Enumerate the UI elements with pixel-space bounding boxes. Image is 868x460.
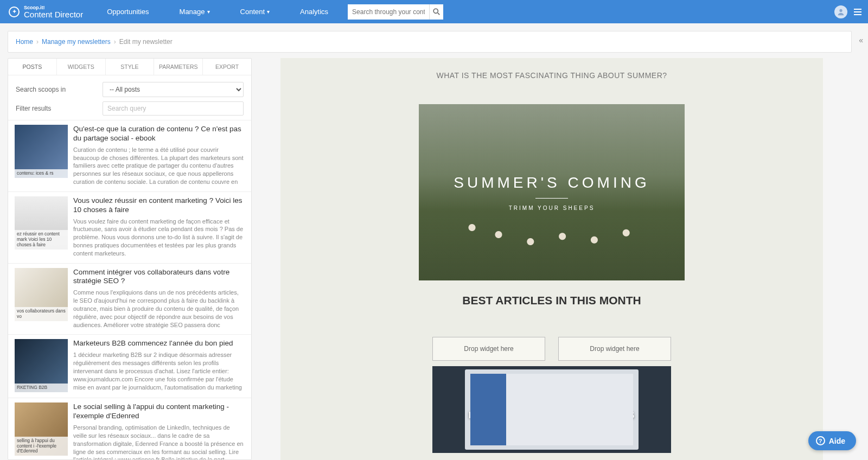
hamburger-icon	[854, 9, 861, 10]
search-button[interactable]	[429, 4, 443, 20]
nav-manage[interactable]: Manage▾	[164, 0, 225, 23]
preview-canvas: WHAT IS THE MOST FASCINATING THING ABOUT…	[280, 58, 823, 460]
svg-point-0	[433, 9, 438, 13]
list-item[interactable]: vos collaborateurs dans vo Comment intég…	[8, 263, 251, 335]
post-title: Le social selling à l'appui du content m…	[73, 403, 245, 421]
drop-widget-zone[interactable]: Drop widget here	[558, 337, 671, 361]
scoops-label: Search scoops in	[16, 86, 97, 93]
sidebar-tabs: POSTS WIDGETS STYLE PARAMETERS EXPORT	[8, 59, 251, 75]
breadcrumb-home[interactable]: Home	[16, 38, 33, 46]
article-card[interactable]: SCOOP.IT CONTENT DIRECTOR, MÉTRONOME DE …	[432, 366, 671, 453]
global-search	[348, 4, 443, 20]
svg-point-2	[839, 9, 842, 11]
breadcrumb-current: Edit my newsletter	[119, 38, 173, 46]
tab-widgets[interactable]: WIDGETS	[57, 59, 106, 75]
list-item[interactable]: selling à l'appui du content i -l'exempl…	[8, 398, 251, 459]
nav-analytics[interactable]: Analytics	[285, 0, 343, 23]
tab-posts[interactable]: POSTS	[8, 59, 57, 75]
scoops-select[interactable]: -- All posts	[103, 82, 244, 97]
post-description: 1 décideur marketing B2B sur 2 indique d…	[73, 351, 245, 391]
menu-button[interactable]	[854, 9, 861, 15]
post-title: Marketeurs B2B commencez l'année du bon …	[73, 339, 245, 348]
post-thumbnail: selling à l'appui du content i -l'exempl…	[15, 403, 68, 456]
chevron-right-icon: ›	[114, 38, 116, 46]
list-item[interactable]: ez réussir en content mark Voici les 10 …	[8, 191, 251, 263]
list-item[interactable]: contenu: ices & rs Qu'est-ce que la cura…	[8, 120, 251, 191]
compass-icon: ✦	[9, 7, 20, 17]
chevron-right-icon: ›	[36, 38, 39, 46]
article-card-title-2: MÉTRONOME DE VOS CONTENUS	[469, 410, 635, 421]
hero-title: SUMMER'S COMING	[454, 174, 649, 191]
breadcrumb-manage[interactable]: Manage my newsletters	[42, 38, 111, 46]
tab-parameters[interactable]: PARAMETERS	[154, 59, 203, 75]
chevron-down-icon: ▾	[207, 9, 210, 15]
post-thumbnail: vos collaborateurs dans vo	[15, 268, 68, 321]
help-button[interactable]: ? Aide	[808, 431, 856, 450]
search-input[interactable]	[348, 4, 429, 20]
top-right	[834, 5, 868, 18]
tab-style[interactable]: STYLE	[106, 59, 155, 75]
post-title: Vous voulez réussir en content marketing…	[73, 196, 245, 215]
post-description: Curation de contenu ; le terme a été uti…	[73, 146, 245, 186]
brand[interactable]: ✦ Scoop.it! Content Director	[0, 5, 92, 18]
tab-export[interactable]: EXPORT	[203, 59, 251, 75]
post-description: Personal branding, optimisation de Linke…	[73, 424, 245, 459]
filter-input[interactable]	[103, 101, 244, 116]
post-description: Comme nous l'expliquions dans un de nos …	[73, 289, 245, 329]
post-title: Comment intégrer vos collaborateurs dans…	[73, 268, 245, 286]
search-icon	[433, 8, 440, 15]
collapse-panel-icon[interactable]: «	[859, 36, 863, 44]
article-card-title-1: SCOOP.IT CONTENT DIRECTOR,	[469, 398, 635, 410]
dropzones: Drop widget here Drop widget here	[432, 337, 671, 361]
user-icon	[837, 8, 845, 16]
main-nav: Opportunities Manage▾ Content▾ Analytics	[92, 0, 343, 23]
svg-line-1	[438, 13, 439, 15]
section-title: BEST ARTICLES IN THIS MONTH	[297, 294, 807, 307]
nav-opportunities[interactable]: Opportunities	[92, 0, 164, 23]
post-title: Qu'est-ce que la curation de contenu ? C…	[73, 125, 245, 143]
list-item[interactable]: RKETING B2B Marketeurs B2B commencez l'a…	[8, 334, 251, 398]
hero-subtitle: TRIMM YOUR SHEEPS	[454, 205, 649, 211]
chevron-down-icon: ▾	[267, 9, 270, 15]
brand-text: Scoop.it! Content Director	[24, 5, 83, 18]
post-description: Vous voulez faire du content marketing d…	[73, 218, 245, 258]
topbar: ✦ Scoop.it! Content Director Opportuniti…	[0, 0, 868, 23]
drop-widget-zone[interactable]: Drop widget here	[432, 337, 545, 361]
workarea: POSTS WIDGETS STYLE PARAMETERS EXPORT Se…	[0, 58, 868, 460]
avatar[interactable]	[834, 5, 847, 18]
hero-image[interactable]: SUMMER'S COMING TRIMM YOUR SHEEPS	[419, 104, 685, 280]
posts-list: contenu: ices & rs Qu'est-ce que la cura…	[8, 120, 251, 459]
help-icon: ?	[816, 436, 825, 445]
post-thumbnail: ez réussir en content mark Voici les 10 …	[15, 196, 68, 250]
post-thumbnail: RKETING B2B	[15, 339, 68, 392]
nav-content[interactable]: Content▾	[225, 0, 285, 23]
filters: Search scoops in -- All posts Filter res…	[8, 75, 251, 120]
filter-label: Filter results	[16, 105, 97, 112]
sidebar: POSTS WIDGETS STYLE PARAMETERS EXPORT Se…	[8, 58, 252, 460]
post-thumbnail: contenu: ices & rs	[15, 125, 68, 178]
breadcrumb: Home › Manage my newsletters › Edit my n…	[8, 31, 852, 53]
newsletter-preview: WHAT IS THE MOST FASCINATING THING ABOUT…	[252, 58, 852, 460]
preview-headline: WHAT IS THE MOST FASCINATING THING ABOUT…	[297, 71, 807, 80]
